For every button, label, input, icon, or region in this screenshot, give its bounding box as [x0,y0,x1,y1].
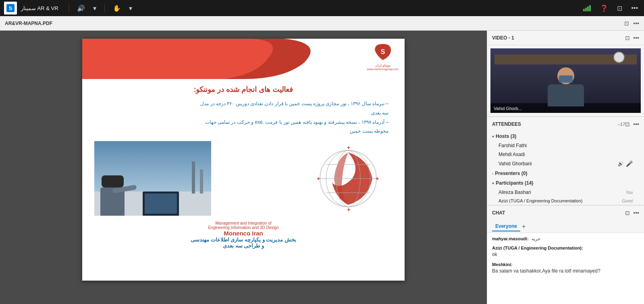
attendees-count-num: 17 [620,122,625,127]
svg-text:+: + [347,206,350,213]
pdf-image-right: + + + + [304,141,393,216]
chat-title: CHAT [492,210,625,216]
chat-header: CHAT ⊡ ••• [487,206,644,220]
file-title: AR&VR-MAPNA.PDF [5,21,52,26]
footer-persian1: بخش مدیریت و یکپارچه سازی اطلاعات مهندسی [90,237,397,243]
participants-group-header[interactable]: ▾ Participants (14) [487,178,644,188]
footer-en2: Engineering Information and 3D Design [90,225,397,230]
sound-chevron[interactable]: ▾ [91,4,98,13]
attendees-title: ATTENDEES [492,121,616,127]
video-more-icon[interactable]: ••• [633,35,639,41]
video-section: VIDEO - 1 ⊡ ••• [487,31,644,116]
attendee-name-azizi: Azizi (TUGA / Engineering Documentation) [499,198,619,203]
footer-persian2: و طراحی سه بعدی [90,243,397,249]
attendees-list: ▾ Hosts (3) Farshid Fathi Mehdi Asadi Va… [487,131,644,205]
hosts-chevron: ▾ [492,134,494,139]
video-person-name: Vahid Ghorb... [494,106,522,111]
topbar-right: ❓ ⊡ ••• [581,4,640,13]
more-options-icon2[interactable]: ••• [633,20,639,27]
chat-message-1: mahyar.masoudi: خریه [492,236,639,242]
speaking-indicator: 🔊 [618,161,623,167]
separator2 [104,4,105,12]
video-title: VIDEO - 1 [492,35,625,41]
pdf-panel: S مونَنکو ایران www.monencogroup.com فعا… [0,31,487,304]
pdf-line4: محوطه پست خمین [98,127,388,136]
attendees-screen-icon[interactable]: ⊡ [625,121,630,127]
app-title: سمینار AR & VR [21,5,58,11]
svg-rect-2 [583,9,585,11]
topbar: S سمینار AR & VR 🔊 ▾ ✋ ▾ ❓ ⊡ ••• [0,0,644,16]
attendee-name-farshid: Farshid Fathi [499,143,633,148]
pdf-title: فعالیت های انجام شده در موننکو: [194,85,293,94]
screen-share-icon[interactable]: ⊡ [624,20,629,27]
company-url: www.monencogroup.com [367,68,399,71]
hosts-group-label: Hosts (3) [496,133,516,139]
chat-sender-2: Azizi (TUGA / Engineering Documentation)… [492,246,639,250]
sound-icon[interactable]: 🔊 [75,4,87,13]
chat-message-3: Meshkini: Ba salam va tashakkor,Aya file… [492,262,639,275]
pdf-footer: Management and Integration of Engineerin… [82,219,405,255]
main-content: S مونَنکو ایران www.monencogroup.com فعا… [0,31,644,304]
chat-more-icon[interactable]: ••• [633,210,639,216]
presenters-group-label: Presenters (0) [495,171,527,176]
signal-icon [581,4,593,12]
svg-text:+: + [376,175,379,182]
pdf-line3: – آذرماه ۱۳۹۷ ، نسخه پیشرفته و بهبود یاف… [98,118,388,127]
secondbar-right: ⊡ ••• [624,20,639,27]
hand-icon[interactable]: ✋ [111,4,123,13]
participants-group-label: Participants (14) [496,180,533,186]
chat-text-2: ok [492,251,639,258]
chat-section: CHAT ⊡ ••• Everyone + mahyar.masoudi: خر… [487,205,644,304]
attendee-name-alireza: Alireza Bashari [499,189,623,195]
hosts-group-header[interactable]: ▾ Hosts (3) [487,131,644,141]
chat-header-icons: ⊡ ••• [625,210,639,216]
pdf-content[interactable]: S مونَنکو ایران www.monencogroup.com فعا… [0,31,487,304]
chat-tabs: Everyone + [487,220,644,233]
attendees-header: ATTENDEES – 17 ⊡ ••• [487,117,644,131]
chat-screen-icon[interactable]: ⊡ [625,210,630,216]
participants-group: ▾ Participants (14) Alireza Bashari You … [487,178,644,205]
attendee-name-vahid: Vahid Ghorbani [499,161,615,167]
attendee-badge-alireza: You [626,190,633,195]
attendee-farshid: Farshid Fathi [487,141,644,150]
company-name-top: مونَنکو ایران [367,64,399,68]
video-header: VIDEO - 1 ⊡ ••• [487,31,644,45]
video-content: Vahid Ghorb... [487,45,644,116]
svg-text:S: S [380,48,385,55]
chat-message-2: Azizi (TUGA / Engineering Documentation)… [492,246,639,258]
right-panel: VIDEO - 1 ⊡ ••• [487,31,644,304]
app-logo: S [4,2,17,15]
chat-add-tab-btn[interactable]: + [522,223,526,230]
more-options-icon[interactable]: ••• [629,4,640,12]
chat-tab-everyone[interactable]: Everyone [492,222,520,231]
svg-rect-5 [589,5,591,11]
attendees-section: ATTENDEES – 17 ⊡ ••• ▾ Hosts (3) Farshid… [487,117,644,205]
presenters-chevron: › [492,171,493,176]
help-icon[interactable]: ❓ [598,4,610,13]
hosts-group: ▾ Hosts (3) Farshid Fathi Mehdi Asadi Va… [487,131,644,169]
pdf-image-left [94,141,211,216]
secondbar: AR&VR-MAPNA.PDF ⊡ ••• [0,16,644,31]
svg-text:+: + [317,175,320,182]
attendees-header-icons: ⊡ ••• [625,121,639,127]
svg-text:S: S [9,5,12,11]
window-icon[interactable]: ⊡ [615,4,624,13]
svg-rect-4 [587,6,589,11]
attendee-azizi: Azizi (TUGA / Engineering Documentation)… [487,197,644,205]
separator [69,4,69,12]
mic-vahid[interactable]: 🎤 [626,160,633,167]
attendee-alireza: Alireza Bashari You [487,188,644,197]
chat-arabic-1: خریه [532,236,540,241]
chat-text-3: Ba salam va tashakkor,Aya file ra lotf m… [492,268,639,275]
presenters-group-header[interactable]: › Presenters (0) [487,169,644,178]
footer-bold: Monenco Iran [90,230,397,237]
video-thumbnail: Vahid Ghorb... [490,48,641,113]
pdf-line1: – تیرماه سال ۱۳۹۶ ، تور مجازی پروژه پست … [98,99,388,108]
presenters-group: › Presenters (0) [487,169,644,178]
attendees-more-icon[interactable]: ••• [633,121,639,127]
footer-en1: Management and Integration of [90,221,397,225]
svg-rect-3 [585,8,587,11]
hand-chevron[interactable]: ▾ [127,4,134,13]
video-screen-icon[interactable]: ⊡ [625,35,630,41]
chat-messages[interactable]: mahyar.masoudi: خریه Azizi (TUGA / Engin… [487,233,644,304]
